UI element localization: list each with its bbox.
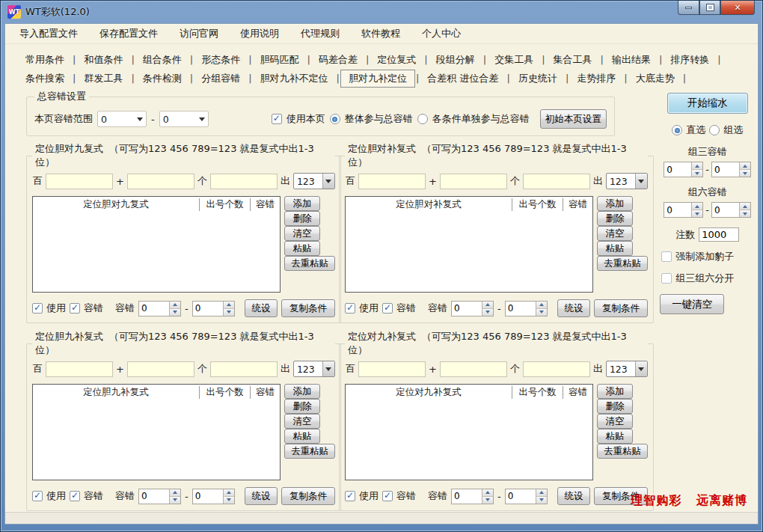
hundreds-input[interactable]: [358, 361, 426, 377]
tab-sort-convert[interactable]: 排序转换: [663, 52, 717, 68]
tens-input[interactable]: [127, 174, 194, 189]
hundreds-input[interactable]: [46, 174, 113, 189]
tolerance-from-value[interactable]: [452, 489, 482, 504]
menu-save-config[interactable]: 保存配置文件: [99, 27, 158, 40]
clear-button[interactable]: 清空: [284, 226, 320, 241]
tolerance-from-spinner[interactable]: [138, 301, 181, 317]
spin-down-icon[interactable]: [224, 497, 234, 504]
tolerance-from-value[interactable]: [452, 302, 482, 316]
init-page-settings-button[interactable]: 初始本页设置: [540, 109, 607, 129]
group3-to-value[interactable]: [712, 162, 739, 177]
spin-up-icon[interactable]: [170, 302, 180, 309]
tab-position-duplex[interactable]: 定位复式: [370, 52, 423, 68]
spin-down-icon[interactable]: [482, 309, 493, 316]
condition-listbox[interactable]: 定位胆对九复式 出号个数 容错: [32, 196, 281, 293]
group6-from-value[interactable]: [664, 203, 691, 217]
menu-official-site[interactable]: 访问官网: [180, 27, 218, 40]
unified-set-button[interactable]: 统设: [557, 299, 590, 317]
tolerance-from-spinner[interactable]: [451, 489, 494, 504]
menu-help[interactable]: 使用说明: [240, 27, 279, 40]
use-page-checkbox[interactable]: ✓: [272, 114, 282, 124]
tolerance-checkbox[interactable]: ✓: [382, 303, 393, 314]
out-count-select[interactable]: 123: [293, 173, 335, 189]
delete-button[interactable]: 删除: [284, 399, 320, 414]
titlebar[interactable]: WT WT彩软(12.0) ✕: [1, 1, 762, 23]
spin-up-icon[interactable]: [224, 302, 234, 309]
spin-up-icon[interactable]: [482, 302, 493, 309]
tab-danduijiubu-position-selected[interactable]: 胆对九补定位: [340, 70, 415, 88]
group-select-radio[interactable]: [709, 125, 720, 135]
paste-button[interactable]: 粘贴: [597, 241, 633, 256]
condition-listbox[interactable]: 定位对九补复式 出号个数 容错: [345, 384, 593, 480]
tab-common-conditions[interactable]: 常用条件: [18, 52, 72, 68]
tolerance-from-value[interactable]: [139, 489, 169, 504]
group3-from-value[interactable]: [664, 162, 691, 177]
paste-button[interactable]: 粘贴: [284, 429, 320, 444]
units-input[interactable]: [210, 361, 278, 377]
copy-condition-button[interactable]: 复制条件: [281, 487, 335, 505]
tab-dadi-trend[interactable]: 大底走势: [628, 70, 682, 87]
tens-input[interactable]: [127, 361, 194, 377]
tab-danma-match[interactable]: 胆码匹配: [253, 52, 307, 68]
maximize-button[interactable]: [699, 1, 720, 15]
force-leopard-checkbox[interactable]: ✓: [661, 251, 672, 262]
close-button[interactable]: ✕: [720, 1, 755, 15]
use-checkbox[interactable]: ✓: [345, 303, 355, 314]
tab-trend-sort[interactable]: 走势排序: [569, 70, 623, 87]
spin-up-icon[interactable]: [740, 162, 750, 170]
tolerance-checkbox[interactable]: ✓: [70, 491, 80, 501]
tab-output-results[interactable]: 输出结果: [604, 52, 658, 68]
condition-listbox[interactable]: 定位胆九补复式 出号个数 容错: [32, 384, 281, 480]
unified-set-button[interactable]: 统设: [245, 299, 278, 317]
tens-input[interactable]: [440, 174, 507, 189]
spin-up-icon[interactable]: [482, 489, 493, 497]
range-from-select[interactable]: 0: [97, 111, 147, 127]
copy-condition-button[interactable]: 复制条件: [594, 299, 648, 317]
clear-all-button[interactable]: 一键清空: [660, 294, 724, 314]
tolerance-to-value[interactable]: [193, 489, 223, 504]
group3-from-spinner[interactable]: [664, 162, 703, 177]
spin-down-icon[interactable]: [740, 170, 750, 177]
tab-history-stats[interactable]: 历史统计: [511, 70, 565, 87]
split-group36-checkbox[interactable]: ✓: [661, 273, 672, 284]
spin-up-icon[interactable]: [692, 203, 702, 210]
units-input[interactable]: [523, 174, 590, 189]
spin-up-icon[interactable]: [740, 203, 750, 210]
spin-down-icon[interactable]: [740, 210, 750, 217]
range-to-select[interactable]: 0: [159, 111, 209, 127]
spin-up-icon[interactable]: [536, 302, 547, 309]
delete-button[interactable]: 删除: [284, 211, 320, 226]
add-button[interactable]: 添加: [284, 196, 320, 211]
tab-danduijiubu-nonposition[interactable]: 胆对九补不定位: [253, 70, 336, 87]
spin-down-icon[interactable]: [170, 309, 180, 316]
clear-button[interactable]: 清空: [597, 414, 633, 429]
group3-to-spinner[interactable]: [711, 162, 751, 177]
clear-button[interactable]: 清空: [284, 414, 320, 429]
tab-condition-search[interactable]: 条件搜索: [18, 70, 72, 87]
unified-set-button[interactable]: 统设: [557, 487, 590, 505]
tab-shape-conditions[interactable]: 形态条件: [194, 52, 248, 68]
spin-down-icon[interactable]: [482, 497, 493, 504]
menu-tutorial[interactable]: 软件教程: [361, 27, 400, 40]
spin-up-icon[interactable]: [170, 489, 180, 497]
menu-personal-center[interactable]: 个人中心: [422, 27, 461, 40]
menu-import-config[interactable]: 导入配置文件: [19, 27, 78, 40]
add-button[interactable]: 添加: [284, 384, 320, 399]
tolerance-checkbox[interactable]: ✓: [382, 491, 393, 501]
tab-segment-decompose[interactable]: 段组分解: [429, 52, 482, 68]
tab-hechaji-jinwei[interactable]: 合差积 进位合差: [420, 70, 506, 87]
tolerance-from-spinner[interactable]: [138, 489, 181, 504]
individual-participate-radio[interactable]: [417, 114, 428, 124]
direct-select-radio[interactable]: [672, 125, 682, 135]
spin-up-icon[interactable]: [536, 489, 547, 497]
tolerance-to-spinner[interactable]: [192, 489, 235, 504]
use-checkbox[interactable]: ✓: [32, 303, 43, 314]
tab-group-send[interactable]: 群发工具: [76, 70, 130, 87]
spin-down-icon[interactable]: [224, 309, 234, 316]
delete-button[interactable]: 删除: [597, 399, 633, 414]
dedupe-paste-button[interactable]: 去重粘贴: [284, 444, 335, 459]
tab-intersection-tools[interactable]: 交集工具: [487, 52, 541, 68]
tolerance-checkbox[interactable]: ✓: [70, 303, 80, 314]
spin-up-icon[interactable]: [692, 162, 702, 170]
tolerance-to-spinner[interactable]: [505, 301, 548, 317]
